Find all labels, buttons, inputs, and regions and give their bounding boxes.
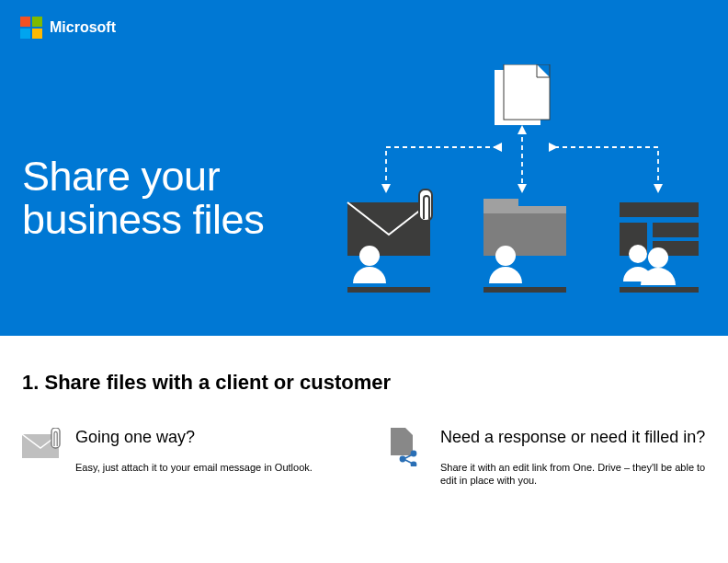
shadow-bar xyxy=(483,287,566,293)
columns: Going one way? Easy, just attach it to y… xyxy=(22,428,706,488)
svg-point-22 xyxy=(629,245,647,263)
svg-point-23 xyxy=(648,247,668,268)
svg-rect-25 xyxy=(51,428,60,448)
hero-title-line1: Share your xyxy=(22,155,264,198)
folder-icon xyxy=(483,199,566,256)
svg-rect-11 xyxy=(347,202,430,256)
svg-marker-9 xyxy=(493,143,502,152)
brand-name: Microsoft xyxy=(50,19,116,36)
connector-lines xyxy=(386,129,658,189)
column-email: Going one way? Easy, just attach it to y… xyxy=(22,428,341,488)
svg-rect-16 xyxy=(483,213,566,256)
svg-point-31 xyxy=(411,451,417,457)
svg-point-32 xyxy=(411,462,417,466)
hero-illustration xyxy=(335,64,702,313)
microsoft-logo: Microsoft xyxy=(20,17,116,39)
document-share-icon xyxy=(387,428,427,461)
column-title: Need a response or need it filled in? xyxy=(440,428,706,448)
document-stack-icon xyxy=(495,64,550,125)
shadow-bar xyxy=(347,287,430,293)
svg-rect-18 xyxy=(620,202,699,217)
svg-point-13 xyxy=(359,246,380,266)
envelope-clip-icon xyxy=(22,428,63,461)
svg-marker-6 xyxy=(518,184,527,193)
svg-point-17 xyxy=(495,246,516,266)
section-heading: 1. Share files with a client or customer xyxy=(22,371,706,395)
svg-marker-5 xyxy=(381,184,391,193)
column-share: Need a response or need it filled in? Sh… xyxy=(387,428,706,488)
svg-marker-10 xyxy=(549,143,558,152)
svg-rect-26 xyxy=(391,428,413,455)
hero-title: Share your business files xyxy=(22,155,264,242)
column-body: Share it with an edit link from One. Dri… xyxy=(440,461,706,488)
email-icon xyxy=(347,190,432,256)
svg-marker-7 xyxy=(654,184,663,193)
column-title: Going one way? xyxy=(75,428,313,448)
hero-banner: Microsoft Share your business files xyxy=(0,0,728,336)
content-area: 1. Share files with a client or customer… xyxy=(0,336,728,488)
svg-rect-20 xyxy=(653,223,699,237)
shadow-bar xyxy=(620,287,699,293)
svg-marker-8 xyxy=(518,125,527,134)
hero-title-line2: business files xyxy=(22,198,264,241)
svg-rect-1 xyxy=(504,64,550,120)
microsoft-logo-icon xyxy=(20,17,42,39)
svg-rect-15 xyxy=(483,199,518,208)
svg-point-30 xyxy=(400,456,406,463)
column-body: Easy, just attach it to your email messa… xyxy=(75,461,313,475)
